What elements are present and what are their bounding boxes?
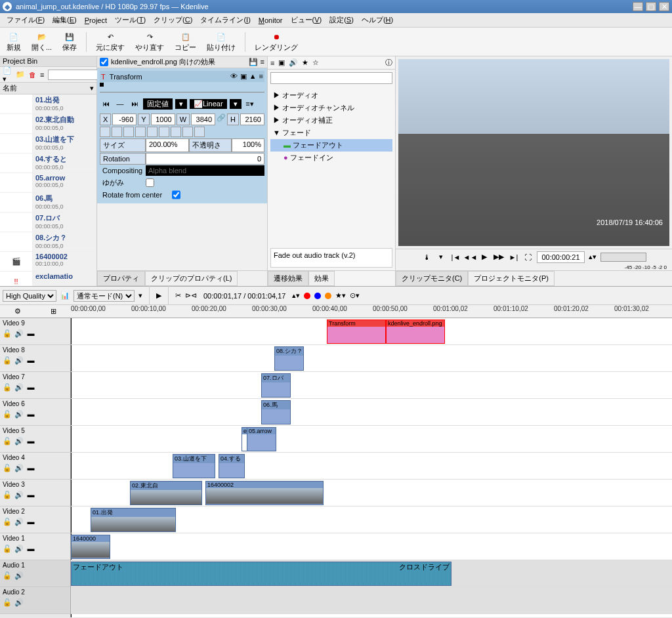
copy-button[interactable]: 📋コピー [171, 30, 200, 54]
kf-next-button[interactable]: ⏭ [129, 98, 140, 110]
hide-icon[interactable]: ▬ [26, 463, 35, 472]
track-row[interactable]: Transformkdenlive_endroll.png [71, 318, 672, 345]
close-button[interactable]: ✕ [659, 2, 669, 11]
thermo-icon[interactable]: 🌡 [421, 252, 432, 262]
mute-icon[interactable]: 🔊 [14, 571, 24, 580]
marker-orange[interactable] [325, 293, 331, 299]
hide-icon[interactable]: ▬ [26, 436, 35, 445]
timeline-clip[interactable]: Transform [327, 319, 386, 344]
redo-button[interactable]: ↷やり直す [131, 30, 168, 54]
up-icon[interactable]: ▲ [249, 72, 257, 81]
lock-icon[interactable]: 🔓 [3, 544, 12, 553]
compositing-select[interactable]: Alpha blend [146, 165, 264, 176]
track-header[interactable]: Video 5🔓🔊▬ [0, 426, 70, 453]
hide-icon[interactable]: ▬ [26, 409, 35, 419]
align-btn[interactable] [147, 127, 158, 137]
timeline-ruler[interactable]: ⚙ ⊞ 00:00:00,0000:00:10,0000:00:20,0000:… [0, 305, 672, 318]
tree-fade[interactable]: ▼ フェード [270, 127, 392, 139]
timecode-stepper[interactable]: ▴▾ [292, 291, 300, 300]
goto-start-button[interactable]: |◄ [450, 252, 461, 262]
timeline-clip[interactable]: 08.シカ？ [274, 346, 304, 371]
compositing-icon[interactable]: 📊 [60, 291, 70, 300]
mute-icon[interactable]: 🔊 [14, 490, 24, 499]
track-row[interactable]: exclamat05.arrow [71, 426, 672, 453]
timeline-clip[interactable]: 07.ロバ [261, 373, 291, 398]
timecode-stepper[interactable]: ▴▾ [589, 253, 597, 261]
track-header[interactable]: Video 7🔓🔊▬ [0, 372, 70, 399]
track-content[interactable]: Transformkdenlive_endroll.png08.シカ？07.ロバ… [71, 318, 672, 617]
align-btn[interactable] [112, 127, 122, 137]
mute-icon[interactable]: 🔊 [14, 598, 24, 607]
h-input[interactable]: 2160 [240, 113, 264, 125]
track-row[interactable]: 06.馬 [71, 399, 672, 426]
rfc-checkbox[interactable] [172, 190, 180, 200]
minimize-button[interactable]: — [633, 2, 643, 11]
audio-icon[interactable]: 🔊 [289, 58, 298, 67]
info-icon[interactable]: ⓘ [385, 58, 392, 68]
hide-icon[interactable]: ▬ [26, 356, 35, 365]
mode-select[interactable]: 通常モード(N) [74, 290, 135, 302]
maximize-button[interactable]: ▢ [646, 2, 656, 11]
list-icon[interactable]: ≡ [270, 59, 274, 67]
mute-icon[interactable]: 🔊 [14, 463, 24, 472]
lock-icon[interactable]: 🔓 [3, 517, 12, 526]
hide-icon[interactable]: ▬ [26, 382, 35, 392]
size-input[interactable]: 200.00% [146, 138, 189, 152]
lock-icon[interactable]: 🔓 [3, 382, 12, 392]
track-header[interactable]: Video 8🔓🔊▬ [0, 345, 70, 372]
w-input[interactable]: 3840 [191, 113, 215, 125]
track-row[interactable]: フェードアウトクロスドライブ [71, 560, 672, 587]
kf-prev-button[interactable]: ⏮ [100, 98, 112, 110]
menu-tool[interactable]: ツール(T) [111, 14, 150, 26]
favorite-icon[interactable]: ★▾ [335, 291, 346, 300]
delete-icon[interactable]: 🗑 [29, 71, 36, 79]
folder-icon[interactable]: 📁 [16, 70, 25, 79]
tab-effect[interactable]: 効果 [308, 271, 335, 286]
eye-icon[interactable]: 👁 [230, 72, 238, 81]
track-row[interactable]: 08.シカ？ [71, 345, 672, 372]
kf-mode[interactable]: 固定値 [143, 98, 173, 110]
quality-select[interactable]: High Quality [3, 290, 56, 302]
marker-icon[interactable]: ▾ [436, 252, 446, 262]
track-header[interactable]: Audio 1🔓🔊 [0, 560, 70, 587]
audio-clip[interactable]: フェードアウトクロスドライブ [71, 562, 452, 586]
timeline-clip[interactable]: 04.する [219, 454, 245, 478]
marker-red[interactable] [304, 293, 310, 299]
lock-icon[interactable]: 🔓 [3, 329, 12, 338]
bin-item[interactable]: 🎬1640000200:10:00,0 [0, 252, 96, 272]
timeline-clip[interactable]: 05.arrow [247, 427, 276, 451]
bin-item[interactable]: 05.arrow00:00:05,0 [0, 173, 96, 193]
menu-icon[interactable]: ≡ [259, 72, 263, 81]
menu-monitor[interactable]: Monitor [255, 15, 287, 26]
menu-project[interactable]: Project [81, 15, 111, 26]
new-button[interactable]: 📄新規 [3, 30, 25, 54]
play-button[interactable]: ▶ [156, 291, 161, 300]
timeline-clip[interactable]: 16400002 [205, 481, 324, 505]
tab-transition[interactable]: 遷移効果 [268, 271, 308, 286]
menu-icon[interactable]: ≡ [261, 58, 264, 66]
align-btn[interactable] [194, 127, 205, 137]
fullscreen-icon[interactable]: ⛶ [522, 252, 533, 262]
mute-icon[interactable]: 🔊 [14, 356, 24, 365]
star-icon[interactable]: ★ [302, 58, 308, 67]
timeline-clip[interactable]: 1640000 [71, 535, 110, 559]
align-btn[interactable] [100, 127, 110, 137]
track-header[interactable]: Video 9🔓🔊▬ [0, 318, 70, 345]
bin-item[interactable]: 02.東北自動00:00:05,0 [0, 114, 96, 134]
undo-button[interactable]: ↶元に戻す [92, 30, 129, 54]
align-btn[interactable] [182, 127, 193, 137]
track-header[interactable]: Video 6🔓🔊▬ [0, 399, 70, 426]
rotation-input[interactable]: 0 [146, 153, 264, 165]
tab-project-monitor[interactable]: プロジェクトモニタ(P) [468, 271, 555, 286]
mute-icon[interactable]: 🔊 [14, 409, 24, 419]
distort-checkbox[interactable] [146, 176, 154, 189]
tab-clip-monitor[interactable]: クリップモニタ(C) [396, 271, 468, 286]
spacer-icon[interactable]: ⊳⊲ [185, 291, 197, 300]
lock-icon[interactable]: 🔓 [3, 598, 12, 607]
save-button[interactable]: 💾保存 [58, 30, 81, 54]
list-icon[interactable]: ≡ [40, 71, 44, 79]
lock-icon[interactable]: 🔓 [3, 356, 12, 365]
bin-item[interactable]: 08.シカ？00:00:05,0 [0, 232, 96, 252]
hide-icon[interactable]: ▬ [26, 490, 35, 499]
mute-icon[interactable]: 🔊 [14, 517, 24, 526]
